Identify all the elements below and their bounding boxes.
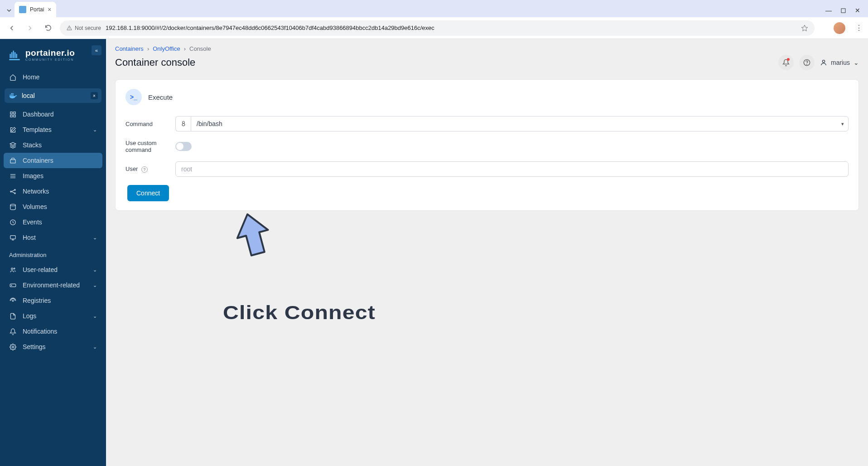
help-button[interactable]	[799, 55, 815, 70]
breadcrumb-containers[interactable]: Containers	[115, 45, 144, 52]
bookmark-icon[interactable]	[801, 24, 808, 32]
svg-rect-6	[11, 93, 12, 94]
svg-rect-0	[841, 9, 845, 13]
dashboard-icon	[9, 111, 16, 118]
volumes-icon	[9, 203, 16, 210]
sidebar: « portainer.io COMMUNITY EDITION Home lo…	[0, 39, 106, 466]
back-button[interactable]	[5, 22, 18, 34]
sidebar-item-user-related[interactable]: User-related ⌄	[0, 262, 106, 277]
sidebar-item-home[interactable]: Home	[0, 69, 106, 85]
sidebar-item-events[interactable]: Events	[0, 214, 106, 230]
connect-button[interactable]: Connect	[127, 185, 169, 201]
chevron-down-icon: ⌄	[93, 313, 97, 319]
portainer-logo-icon	[8, 49, 21, 61]
arrow-icon	[233, 211, 274, 261]
svg-point-19	[10, 204, 15, 206]
logs-icon	[9, 312, 16, 320]
forward-button[interactable]	[24, 22, 36, 34]
not-secure-label: Not secure	[75, 25, 101, 31]
logo-subtitle: COMMUNITY EDITION	[25, 58, 75, 61]
browser-tab[interactable]: Portai ×	[14, 2, 56, 17]
nav-label: Dashboard	[23, 111, 54, 118]
svg-point-24	[11, 268, 13, 270]
url-text: 192.168.1.18:9000/#!/2/docker/containers…	[106, 24, 796, 31]
nav-label: Volumes	[23, 203, 47, 210]
svg-point-32	[822, 60, 825, 63]
env-close-icon[interactable]: ×	[91, 92, 98, 99]
sidebar-item-images[interactable]: Images	[0, 168, 106, 184]
sidebar-item-networks[interactable]: Networks	[0, 184, 106, 199]
nav-label: Notifications	[23, 328, 57, 335]
svg-point-29	[12, 346, 14, 348]
svg-rect-12	[10, 160, 15, 163]
custom-command-label: Use custom command	[125, 140, 171, 153]
main-content: Containers › OnlyOffice › Console Contai…	[106, 39, 868, 466]
user-menu[interactable]: marius ⌄	[820, 59, 859, 66]
browser-tab-strip: Portai × — ✕	[0, 0, 868, 17]
maximize-button[interactable]	[840, 7, 846, 14]
svg-rect-10	[10, 115, 12, 116]
close-button[interactable]: ✕	[854, 7, 861, 14]
user-input[interactable]	[175, 161, 849, 177]
sidebar-item-stacks[interactable]: Stacks	[0, 137, 106, 153]
logo-name: portainer.io	[25, 48, 75, 58]
nav-label: Images	[23, 172, 43, 180]
chevron-down-icon: ⌄	[93, 127, 97, 133]
shell-icon[interactable]	[175, 116, 191, 131]
browser-profile-avatar[interactable]	[834, 22, 845, 34]
images-icon	[9, 172, 16, 180]
stacks-icon	[9, 141, 16, 149]
sidebar-collapse-button[interactable]: «	[92, 45, 101, 55]
browser-toolbar: Not secure 192.168.1.18:9000/#!/2/docker…	[0, 17, 868, 39]
tab-list-dropdown[interactable]	[4, 4, 14, 17]
sidebar-item-dashboard[interactable]: Dashboard	[0, 107, 106, 122]
nav-label: Containers	[23, 157, 53, 164]
svg-rect-11	[13, 115, 15, 116]
annotation-overlay: Click Connect	[233, 211, 366, 324]
svg-point-2	[69, 29, 70, 29]
svg-rect-8	[10, 112, 12, 113]
svg-rect-4	[11, 95, 12, 96]
bell-icon	[9, 328, 16, 335]
browser-menu-icon[interactable]: ⋮	[855, 24, 863, 32]
templates-icon	[9, 126, 16, 133]
nav-label: Home	[23, 73, 39, 81]
breadcrumb-container-name[interactable]: OnlyOffice	[153, 45, 180, 52]
sidebar-item-logs[interactable]: Logs ⌄	[0, 308, 106, 324]
sidebar-item-templates[interactable]: Templates ⌄	[0, 122, 106, 137]
reload-button[interactable]	[42, 22, 54, 34]
card-title: Execute	[148, 93, 173, 101]
logo[interactable]: portainer.io COMMUNITY EDITION	[0, 44, 106, 69]
sidebar-item-settings[interactable]: Settings ⌄	[0, 339, 106, 354]
nav-label: Host	[23, 234, 36, 241]
nav-label: Events	[23, 218, 42, 226]
chevron-down-icon: ⌄	[93, 282, 97, 288]
breadcrumb-current: Console	[189, 45, 211, 52]
user-icon	[820, 59, 827, 66]
minimize-button[interactable]: —	[825, 7, 832, 14]
address-bar[interactable]: Not secure 192.168.1.18:9000/#!/2/docker…	[60, 20, 815, 36]
environment-badge[interactable]: local ×	[5, 88, 101, 103]
svg-point-16	[10, 191, 11, 192]
containers-icon	[9, 157, 16, 164]
nav-label: Stacks	[23, 141, 42, 149]
help-icon[interactable]: ?	[141, 166, 148, 173]
breadcrumb: Containers › OnlyOffice › Console	[115, 45, 859, 52]
notification-dot	[787, 58, 790, 61]
sidebar-item-environment-related[interactable]: Environment-related ⌄	[0, 277, 106, 293]
nav-label: Environment-related	[23, 282, 80, 289]
sidebar-item-containers[interactable]: Containers	[4, 153, 102, 168]
svg-rect-3	[10, 95, 11, 96]
tab-close-icon[interactable]: ×	[48, 6, 51, 13]
gear-icon	[9, 343, 16, 350]
custom-command-toggle[interactable]	[175, 142, 192, 151]
sidebar-item-notifications[interactable]: Notifications	[0, 324, 106, 339]
notifications-button[interactable]	[778, 55, 794, 70]
svg-point-17	[14, 189, 15, 190]
nav-label: Registries	[23, 297, 51, 304]
command-select[interactable]: /bin/bash	[191, 116, 849, 131]
security-indicator[interactable]: Not secure	[66, 25, 101, 31]
sidebar-item-registries[interactable]: Registries	[0, 293, 106, 308]
sidebar-item-volumes[interactable]: Volumes	[0, 199, 106, 214]
sidebar-item-host[interactable]: Host ⌄	[0, 230, 106, 245]
